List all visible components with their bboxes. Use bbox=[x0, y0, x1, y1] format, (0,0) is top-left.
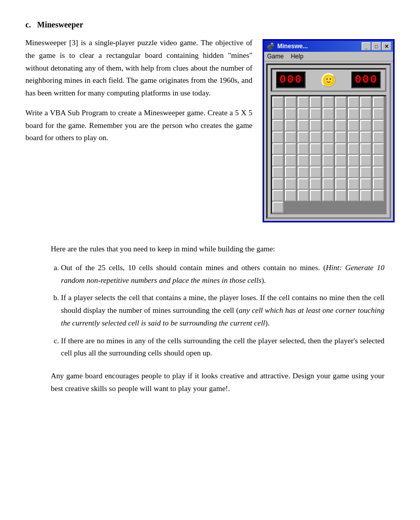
mine-cell[interactable] bbox=[298, 143, 309, 154]
mine-cell[interactable] bbox=[272, 190, 283, 201]
rules-section: Here are the rules that you need to keep… bbox=[25, 243, 395, 395]
mine-cell[interactable] bbox=[285, 132, 296, 143]
mine-cell[interactable] bbox=[335, 155, 346, 166]
mine-cell[interactable] bbox=[373, 178, 384, 189]
mine-cell[interactable] bbox=[322, 155, 334, 166]
mine-cell[interactable] bbox=[298, 167, 309, 178]
mine-cell[interactable] bbox=[285, 190, 296, 201]
minimize-button[interactable]: _ bbox=[362, 42, 371, 50]
mine-cell[interactable] bbox=[348, 120, 359, 131]
mine-cell[interactable] bbox=[310, 155, 321, 166]
window-controls: _ □ ✕ bbox=[362, 42, 391, 50]
mine-cell[interactable] bbox=[285, 120, 296, 131]
mine-cell[interactable] bbox=[322, 120, 334, 131]
mine-cell[interactable] bbox=[272, 167, 283, 178]
mine-cell[interactable] bbox=[285, 167, 296, 178]
mine-cell[interactable] bbox=[298, 190, 309, 201]
mine-cell[interactable] bbox=[310, 108, 321, 119]
mine-cell[interactable] bbox=[310, 190, 321, 201]
mine-cell[interactable] bbox=[310, 143, 321, 154]
heading-label: c. bbox=[25, 20, 31, 29]
mine-cell[interactable] bbox=[335, 190, 346, 201]
mine-cell[interactable] bbox=[272, 155, 283, 166]
mine-cell[interactable] bbox=[348, 167, 359, 178]
mine-cell[interactable] bbox=[373, 167, 384, 178]
mine-cell[interactable] bbox=[322, 96, 334, 108]
mine-cell[interactable] bbox=[348, 155, 359, 166]
mine-cell[interactable] bbox=[348, 190, 359, 201]
mine-cell[interactable] bbox=[298, 108, 309, 119]
mine-cell[interactable] bbox=[272, 120, 283, 131]
window-title: Mineswe... bbox=[277, 43, 308, 50]
mine-cell[interactable] bbox=[272, 96, 283, 108]
mine-cell[interactable] bbox=[310, 120, 321, 131]
mine-cell[interactable] bbox=[310, 132, 321, 143]
restore-button[interactable]: □ bbox=[372, 42, 381, 50]
mine-cell[interactable] bbox=[310, 96, 321, 108]
mine-cell[interactable] bbox=[373, 155, 384, 166]
mine-cell[interactable] bbox=[272, 132, 283, 143]
mine-cell[interactable] bbox=[310, 178, 321, 189]
mine-cell[interactable] bbox=[360, 178, 371, 189]
mine-cell[interactable] bbox=[335, 132, 346, 143]
mine-cell[interactable] bbox=[322, 132, 334, 143]
mine-cell[interactable] bbox=[360, 120, 371, 131]
mine-cell[interactable] bbox=[348, 143, 359, 154]
mine-cell[interactable] bbox=[360, 155, 371, 166]
mine-cell[interactable] bbox=[298, 120, 309, 131]
close-button[interactable]: ✕ bbox=[382, 42, 391, 50]
mine-cell[interactable] bbox=[335, 143, 346, 154]
mine-cell[interactable] bbox=[335, 96, 346, 108]
mine-cell[interactable] bbox=[360, 167, 371, 178]
mine-cell[interactable] bbox=[285, 108, 296, 119]
timer-display: 000 bbox=[351, 72, 381, 88]
mine-cell[interactable] bbox=[285, 155, 296, 166]
menu-game[interactable]: Game bbox=[267, 53, 284, 60]
rules-list: Out of the 25 cells, 10 cells should con… bbox=[61, 262, 384, 360]
mine-cell[interactable] bbox=[298, 132, 309, 143]
mine-cell[interactable] bbox=[373, 108, 384, 119]
mine-cell[interactable] bbox=[298, 155, 309, 166]
mine-cell[interactable] bbox=[285, 96, 296, 108]
mine-cell[interactable] bbox=[335, 120, 346, 131]
mine-cell[interactable] bbox=[348, 132, 359, 143]
mine-cell[interactable] bbox=[322, 178, 334, 189]
mine-cell[interactable] bbox=[272, 108, 283, 119]
mine-cell[interactable] bbox=[360, 143, 371, 154]
rule-b-hint: any cell which has at least one corner t… bbox=[61, 306, 384, 327]
mine-cell[interactable] bbox=[272, 178, 283, 189]
mine-cell[interactable] bbox=[322, 108, 334, 119]
top-panel: 000 🙂 000 bbox=[271, 68, 386, 92]
menu-help[interactable]: Help bbox=[291, 53, 304, 60]
mine-cell[interactable] bbox=[335, 167, 346, 178]
intro-paragraph: Minesweeper [3] is a single-player puzzl… bbox=[25, 37, 252, 100]
mine-cell[interactable] bbox=[360, 96, 371, 108]
mine-cell[interactable] bbox=[272, 202, 283, 213]
mine-cell[interactable] bbox=[335, 178, 346, 189]
mine-cell[interactable] bbox=[285, 143, 296, 154]
mine-cell[interactable] bbox=[298, 178, 309, 189]
mine-cell[interactable] bbox=[373, 132, 384, 143]
section-heading: c. Minesweeper bbox=[25, 20, 395, 29]
content-area: Minesweeper [3] is a single-player puzzl… bbox=[25, 37, 395, 222]
mine-cell[interactable] bbox=[360, 132, 371, 143]
mine-cell[interactable] bbox=[360, 108, 371, 119]
mine-cell[interactable] bbox=[348, 108, 359, 119]
mine-cell[interactable] bbox=[272, 143, 283, 154]
mine-cell[interactable] bbox=[285, 178, 296, 189]
smiley-button[interactable]: 🙂 bbox=[321, 73, 336, 87]
mine-cell[interactable] bbox=[373, 96, 384, 108]
mine-cell[interactable] bbox=[360, 190, 371, 201]
mine-cell[interactable] bbox=[373, 143, 384, 154]
mine-cell[interactable] bbox=[322, 167, 334, 178]
mine-cell[interactable] bbox=[348, 96, 359, 108]
mine-cell[interactable] bbox=[348, 178, 359, 189]
mine-cell[interactable] bbox=[322, 143, 334, 154]
mine-cell[interactable] bbox=[322, 190, 334, 201]
rule-item-c: If there are no mines in any of the cell… bbox=[61, 335, 384, 360]
mine-cell[interactable] bbox=[373, 120, 384, 131]
mine-cell[interactable] bbox=[310, 167, 321, 178]
mine-cell[interactable] bbox=[335, 108, 346, 119]
mine-cell[interactable] bbox=[298, 96, 309, 108]
mine-cell[interactable] bbox=[373, 190, 384, 201]
